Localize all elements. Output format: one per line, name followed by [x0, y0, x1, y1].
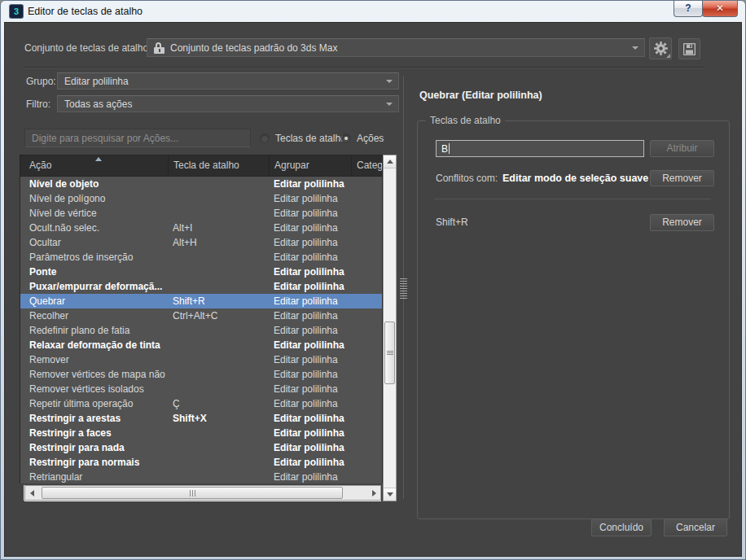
- table-cell: Restringir a arestas: [20, 411, 168, 426]
- table-row[interactable]: Restringir para normaisEditar polilinha: [20, 455, 382, 470]
- column-header-category[interactable]: Categoria: [351, 155, 382, 176]
- titlebar[interactable]: 3 Editor de teclas de atalho ? ✕: [4, 1, 742, 22]
- table-row[interactable]: Restringir a facesEditar polilinha: [20, 426, 382, 440]
- scroll-left-button[interactable]: [25, 486, 38, 500]
- table-cell: Editar polilinha: [269, 250, 382, 265]
- vertical-scrollbar[interactable]: [383, 155, 397, 501]
- radio-hotkeys[interactable]: Teclas de atalho: [260, 133, 346, 144]
- table-row[interactable]: Restringir a arestasShift+XEditar polili…: [20, 411, 382, 426]
- assign-button[interactable]: Atribuir: [650, 140, 714, 157]
- save-button[interactable]: [678, 38, 700, 59]
- text-caret: [449, 143, 450, 154]
- table-row[interactable]: Remover vértices isoladosEditar polilinh…: [20, 382, 382, 396]
- table-row[interactable]: Relaxar deformação de tintaEditar polili…: [20, 338, 382, 352]
- triangle-left-icon: [30, 490, 34, 497]
- column-header-group[interactable]: Agrupar: [269, 155, 351, 176]
- table-cell: Editar polilinha: [269, 382, 382, 396]
- table-cell: Restringir para nada: [20, 440, 168, 455]
- table-row[interactable]: PonteEditar polilinha: [20, 265, 382, 279]
- remove-conflict-button[interactable]: Remover: [650, 170, 714, 186]
- table-row[interactable]: OcultarAlt+HEditar polilinha: [20, 235, 382, 250]
- remove-shortcut-button[interactable]: Remover: [650, 214, 714, 231]
- vertical-scrollbar-thumb[interactable]: [384, 322, 395, 384]
- table-cell: Editar polilinha: [269, 440, 382, 455]
- table-cell: [168, 250, 269, 265]
- table-cell: [168, 367, 269, 382]
- filter-dropdown[interactable]: Todas as ações: [57, 95, 399, 112]
- table-cell: Recolher: [20, 308, 168, 323]
- table-cell: Editar polilinha: [269, 191, 382, 206]
- table-row[interactable]: Restringir para nadaEditar polilinha: [20, 440, 382, 455]
- gear-icon: [654, 42, 668, 55]
- group-dropdown[interactable]: Editar polilinha: [57, 72, 399, 90]
- table-cell: Editar polilinha: [269, 426, 382, 440]
- table-cell: Editar polilinha: [269, 235, 382, 250]
- table-cell: Shift+R: [168, 294, 269, 308]
- save-icon: [683, 43, 696, 55]
- settings-button[interactable]: [649, 37, 672, 59]
- scroll-down-button[interactable]: [384, 488, 396, 501]
- group-value: Editar polilinha: [64, 76, 129, 87]
- table-cell: Editar polilinha: [269, 352, 382, 367]
- hotkey-set-dropdown[interactable]: Conjunto de teclas padrão do 3ds Max: [147, 38, 645, 57]
- radio-actions[interactable]: Ações: [341, 133, 384, 144]
- table-row[interactable]: RecolherCtrl+Alt+CEditar polilinha: [20, 308, 382, 323]
- splitter-grip-icon[interactable]: [400, 278, 407, 300]
- help-button[interactable]: ?: [674, 1, 703, 17]
- chevron-down-icon: [632, 46, 638, 50]
- table-cell: Repetir última operação: [20, 396, 168, 411]
- table-cell: Shift+X: [168, 411, 269, 426]
- table-cell: [168, 382, 269, 396]
- table-row[interactable]: QuebrarShift+REditar polilinha: [20, 294, 382, 308]
- table-cell: Parâmetros de inserção: [20, 250, 168, 265]
- table-cell: Editar polilinha: [269, 206, 382, 221]
- table-header[interactable]: Ação Tecla de atalho Agrupar Categoria: [20, 155, 383, 177]
- horizontal-scrollbar-thumb[interactable]: [42, 487, 343, 499]
- table-row[interactable]: Nível de objetoEditar polilinha: [20, 177, 382, 191]
- window-title: Editor de teclas de atalho: [28, 6, 143, 17]
- table-cell: Editar polilinha: [269, 367, 382, 382]
- done-button[interactable]: Concluído: [591, 518, 652, 536]
- table-row[interactable]: RemoverEditar polilinha: [20, 352, 382, 367]
- table-cell: Ocultar: [20, 235, 168, 250]
- flyout-corner-icon: [666, 54, 670, 58]
- table-cell: Editar polilinha: [269, 455, 382, 470]
- table-cell: Remover: [20, 352, 168, 367]
- scroll-up-button[interactable]: [384, 155, 396, 168]
- hotkey-set-value: Conjunto de teclas padrão do 3ds Max: [170, 42, 337, 54]
- close-button[interactable]: ✕: [702, 1, 738, 17]
- hotkey-set-label: Conjunto de teclas de atalho:: [24, 42, 151, 54]
- table-row[interactable]: Nível de polígonoEditar polilinha: [20, 191, 382, 206]
- chevron-down-icon: [386, 103, 393, 106]
- table-cell: Puxar/empurrar deformaçã...: [20, 279, 168, 294]
- groupbox-label: Teclas de atalho: [426, 115, 505, 126]
- table-cell: Ponte: [20, 265, 168, 279]
- thumb-grip-icon: [387, 351, 393, 355]
- cancel-button[interactable]: Cancelar: [664, 518, 727, 536]
- scroll-right-button[interactable]: [367, 486, 380, 500]
- table-row[interactable]: Ocult.não selec.Alt+IEditar polilinha: [20, 221, 382, 235]
- conflicts-label: Conflitos com:: [436, 173, 498, 184]
- hotkey-capture-input[interactable]: B: [436, 140, 644, 157]
- table-cell: [168, 455, 269, 470]
- lock-icon: [154, 42, 165, 54]
- search-input[interactable]: Digite para pesquisar por Ações...: [24, 129, 251, 147]
- table-row[interactable]: Remover vértices de mapa não u...Editar …: [20, 367, 382, 382]
- table-row[interactable]: Nível de vérticeEditar polilinha: [20, 206, 382, 221]
- table-row[interactable]: Redefinir plano de fatiaEditar polilinha: [20, 323, 382, 338]
- table-row[interactable]: RetriangularEditar polilinha: [20, 470, 382, 483]
- filter-value: Todas as ações: [64, 98, 132, 110]
- table-cell: Restringir para normais: [20, 455, 168, 470]
- table-cell: [168, 352, 269, 367]
- radio-hotkeys-label: Teclas de atalho: [275, 133, 346, 144]
- horizontal-scrollbar[interactable]: [24, 485, 381, 501]
- table-cell: Editar polilinha: [269, 470, 382, 483]
- table-cell: Redefinir plano de fatia: [20, 323, 168, 338]
- table-row[interactable]: Repetir última operaçãoÇEditar polilinha: [20, 396, 382, 411]
- table-cell: Nível de vértice: [20, 206, 168, 221]
- table-row[interactable]: Parâmetros de inserçãoEditar polilinha: [20, 250, 382, 265]
- column-header-action[interactable]: Ação: [20, 155, 168, 176]
- table-row[interactable]: Puxar/empurrar deformaçã...Editar polili…: [20, 279, 382, 294]
- table-cell: [168, 191, 269, 206]
- column-header-shortcut[interactable]: Tecla de atalho: [168, 155, 269, 176]
